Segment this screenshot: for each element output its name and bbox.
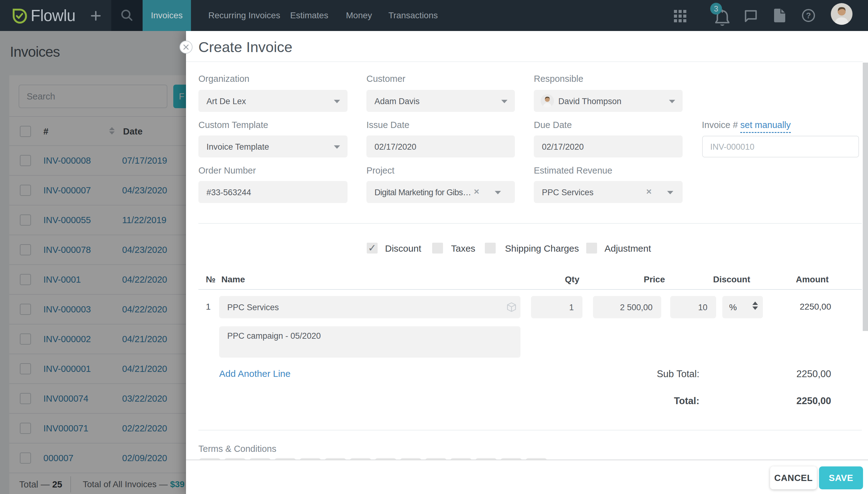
estimated-revenue-label: Estimated Revenue [534, 166, 612, 176]
custom-template-label: Custom Template [199, 120, 268, 130]
item-row-number: 1 [206, 302, 211, 312]
organization-label: Organization [199, 74, 249, 84]
nav-tab-invoices[interactable]: Invoices [143, 0, 191, 31]
due-date-input[interactable]: 02/17/2020 [534, 135, 683, 157]
search-button[interactable] [111, 0, 143, 31]
customer-label: Customer [366, 74, 405, 84]
section-divider [199, 430, 862, 431]
item-amount: 2250,00 [769, 302, 831, 312]
scrollbar-thumb[interactable] [863, 63, 868, 331]
total-label: Total: [575, 396, 699, 406]
nav-tab-money[interactable]: Money [346, 0, 372, 31]
item-discount-input[interactable]: 10 [670, 296, 716, 318]
items-header-underline [199, 289, 862, 290]
notification-badge[interactable]: 3 [710, 3, 722, 15]
total-value: 2250,00 [769, 396, 831, 406]
invoice-number-placeholder: INV-000010 [710, 142, 755, 152]
discount-unit-select[interactable]: % [722, 296, 763, 318]
chevron-down-icon [334, 100, 340, 103]
nav-tab-transactions[interactable]: Transactions [389, 0, 438, 31]
product-cube-icon[interactable] [506, 302, 517, 312]
customer-select[interactable]: Adam Davis [366, 90, 515, 112]
search-icon [120, 9, 134, 22]
spinner-icon[interactable] [752, 302, 758, 310]
add-another-line-link[interactable]: Add Another Line [219, 368, 290, 379]
flowlu-logo-icon [13, 8, 27, 23]
clear-project-icon[interactable]: × [474, 186, 479, 197]
subtotal-label: Sub Total: [575, 368, 699, 380]
cancel-button[interactable]: CANCEL [770, 467, 817, 489]
order-number-input[interactable]: #33-563244 [199, 181, 347, 203]
estimated-revenue-select[interactable]: PPC Services × [534, 181, 683, 203]
create-invoice-modal: Create Invoice Organization Art De Lex C… [186, 31, 868, 494]
save-button[interactable]: SAVE [819, 467, 863, 489]
project-label: Project [366, 166, 394, 176]
clear-revenue-icon[interactable]: × [646, 186, 652, 197]
modal-title: Create Invoice [199, 38, 292, 56]
close-button[interactable] [180, 41, 192, 54]
brand-name: Flowlu [31, 8, 75, 23]
organization-select[interactable]: Art De Lex [199, 90, 347, 112]
subtotal-value: 2250,00 [769, 368, 831, 380]
responsible-select[interactable]: David Thompson [534, 90, 683, 112]
title-divider [186, 61, 863, 62]
invoice-number-input[interactable]: INV-000010 [702, 136, 859, 157]
custom-template-select[interactable]: Invoice Template [199, 135, 347, 157]
responsible-avatar [541, 94, 554, 108]
taxes-checkbox[interactable] [432, 243, 443, 253]
apps-grid-icon[interactable] [673, 0, 687, 31]
chevron-down-icon [667, 191, 673, 194]
user-avatar[interactable] [831, 3, 852, 25]
due-date-label: Due Date [534, 120, 572, 130]
close-icon [183, 44, 189, 50]
chevron-down-icon [501, 100, 508, 103]
set-manually-link[interactable]: set manually [740, 120, 791, 133]
chevron-down-icon [495, 191, 501, 194]
flowlu-app: Flowlu Invoices Recurring Invoices Estim… [0, 0, 868, 494]
invoice-number-label: Invoice # set manually [702, 120, 738, 130]
chevron-down-icon [669, 100, 675, 103]
help-icon[interactable]: ? [801, 0, 816, 31]
add-icon[interactable] [90, 10, 101, 21]
responsible-label: Responsible [534, 74, 583, 84]
nav-tab-recurring-invoices[interactable]: Recurring Invoices [208, 0, 280, 31]
modal-footer: CANCEL SAVE [186, 460, 868, 494]
item-name-input[interactable]: PPC Services [219, 296, 521, 318]
item-qty-input[interactable]: 1 [531, 296, 583, 318]
item-price-input[interactable]: 2 500,00 [593, 296, 661, 318]
adjustment-checkbox[interactable] [586, 243, 597, 253]
brand-logo[interactable]: Flowlu [13, 8, 75, 23]
messages-icon[interactable] [743, 0, 758, 31]
svg-text:?: ? [806, 11, 811, 20]
project-select[interactable]: Digital Marketing for Gibso… × [366, 181, 515, 203]
issue-date-label: Issue Date [366, 120, 410, 130]
section-divider [199, 223, 862, 224]
nav-tab-estimates[interactable]: Estimates [290, 0, 328, 31]
shipping-charges-checkbox[interactable] [485, 243, 496, 253]
issue-date-input[interactable]: 02/17/2020 [366, 135, 515, 157]
terms-and-conditions-label: Terms & Conditions [199, 444, 276, 454]
documents-icon[interactable] [773, 0, 787, 31]
order-number-label: Order Number [199, 166, 256, 176]
top-navbar: Flowlu Invoices Recurring Invoices Estim… [0, 0, 868, 31]
item-description-textarea[interactable]: PPC campaign - 05/2020 [219, 326, 521, 358]
discount-checkbox[interactable]: ✓ [367, 243, 378, 253]
chevron-down-icon [334, 145, 340, 149]
